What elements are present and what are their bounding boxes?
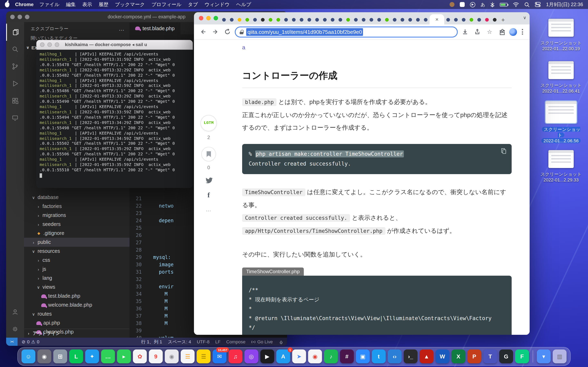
dock-finder-icon[interactable]: ☺ <box>21 350 35 363</box>
browser-tab[interactable] <box>313 15 321 25</box>
dock-powerpoint-icon[interactable]: P <box>467 350 481 363</box>
zoom-window-icon[interactable] <box>55 42 59 47</box>
dock-music-icon[interactable]: ♫ <box>228 350 242 363</box>
tree-item-seeders[interactable]: ›seeders <box>24 220 130 229</box>
dock-chrome-icon[interactable]: ◉ <box>308 350 322 363</box>
dock-zoom-icon[interactable]: ▣ <box>356 350 370 363</box>
close-window-icon[interactable] <box>10 15 15 19</box>
dock-teams-icon[interactable]: T <box>483 350 497 363</box>
terminal-traffic-lights[interactable] <box>40 42 59 47</box>
app-menu-chrome[interactable]: Chrome <box>15 2 34 7</box>
play-status-icon[interactable]: ▶ <box>470 2 475 7</box>
minimize-window-icon[interactable] <box>17 15 22 19</box>
url-text-selected[interactable]: qiita.com/yuu_1st/items/41d90b75aa10bf2b… <box>246 28 363 36</box>
zoom-window-icon[interactable] <box>25 15 29 19</box>
menu-item[interactable]: 表示 <box>82 1 92 8</box>
bluetooth-icon[interactable] <box>491 2 495 7</box>
control-center-icon[interactable] <box>535 2 541 7</box>
browser-tab[interactable] <box>344 15 352 25</box>
browser-tab[interactable] <box>398 15 406 25</box>
dock-spotify-icon[interactable]: ♪ <box>324 350 338 363</box>
encoding-setting[interactable]: UTF-8 <box>197 339 209 344</box>
browser-tab[interactable] <box>251 15 259 25</box>
browser-tab[interactable] <box>444 15 452 25</box>
browser-tab[interactable] <box>467 15 475 25</box>
settings-gear-icon[interactable] <box>6 320 24 338</box>
menu-item[interactable]: 編集 <box>66 1 76 8</box>
dock-github-icon[interactable]: G <box>499 350 513 363</box>
tree-item-lang[interactable]: ›lang <box>24 274 130 283</box>
browser-tab[interactable] <box>243 15 251 25</box>
apple-menu-icon[interactable] <box>5 2 9 7</box>
dock-downloads-icon[interactable]: ▾ <box>537 350 551 363</box>
page-link-a[interactable]: a <box>242 44 512 50</box>
menu-item[interactable]: ファイル <box>39 1 60 8</box>
dock-launchpad-icon[interactable]: ⊞ <box>53 350 67 363</box>
menu-clock[interactable]: 1月9日(日) 22:36 <box>546 1 583 8</box>
share-icon[interactable] <box>472 27 482 37</box>
chrome-traffic-lights[interactable] <box>199 16 218 20</box>
desktop-file-1[interactable]: スクリーンショット2022-01...22.00.19 <box>540 19 582 51</box>
tree-item-.gitignore[interactable]: ◆.gitignore <box>24 229 130 238</box>
desktop-file-2[interactable]: スクリーンショット2022-01...22.06.41 <box>540 61 582 94</box>
browser-tab[interactable] <box>267 15 274 25</box>
dock-line-icon[interactable]: L <box>69 350 83 363</box>
explorer-more-icon[interactable]: … <box>119 25 125 32</box>
browser-tab[interactable] <box>321 15 329 25</box>
tab-close-icon[interactable]: × <box>435 16 438 22</box>
browser-tab[interactable] <box>367 15 375 25</box>
tree-item-views[interactable]: ∨views <box>24 283 130 292</box>
profile-avatar[interactable] <box>509 28 517 36</box>
browser-tab[interactable] <box>220 15 228 25</box>
lock-icon[interactable] <box>240 30 243 34</box>
tree-item-public[interactable]: ›public <box>24 238 130 247</box>
stock-button[interactable] <box>201 147 216 161</box>
browser-menu-icon[interactable] <box>519 29 526 35</box>
remote-indicator-icon[interactable]: >< <box>6 338 17 346</box>
wifi-icon[interactable] <box>513 2 519 7</box>
outline-section[interactable]: › アウトライン <box>24 329 130 338</box>
browser-tab[interactable] <box>406 15 414 25</box>
desktop-file-3[interactable]: スクリーンショット2022-01...2.06.56 <box>540 101 582 143</box>
browser-tab[interactable] <box>298 15 305 25</box>
dock-pdf-icon[interactable]: ▲ <box>420 350 433 363</box>
desktop-file-4[interactable]: スクリーンショット2022-01...2.29.33 <box>540 150 582 183</box>
browser-tab[interactable] <box>236 15 243 25</box>
dock-terminal-icon[interactable]: ›_ <box>404 350 417 363</box>
dock-contacts-icon[interactable]: ◉ <box>165 350 179 363</box>
browser-tab[interactable] <box>282 15 290 25</box>
reload-icon[interactable] <box>223 27 232 37</box>
dock-twitter-icon[interactable]: t <box>372 350 386 363</box>
zoom-window-icon[interactable] <box>214 16 218 20</box>
browser-tab[interactable] <box>383 15 391 25</box>
tree-item-resources[interactable]: ∨resources <box>24 247 130 256</box>
dock-safari-icon[interactable]: ✦ <box>85 350 99 363</box>
dock-trash-icon[interactable]: ▥ <box>553 350 567 363</box>
omnibox[interactable]: qiita.com/yuu_1st/items/41d90b75aa10bf2b… <box>235 26 458 37</box>
terminal-output[interactable]: mailhog_1| [APIv1] KEEPALIVE /api/v1/eve… <box>36 50 193 180</box>
tree-item-migrations[interactable]: ›migrations <box>24 211 130 220</box>
browser-tab[interactable] <box>422 15 430 25</box>
browser-tab[interactable] <box>360 15 367 25</box>
active-tab[interactable]: × <box>430 14 444 25</box>
extensions-icon[interactable] <box>6 92 24 109</box>
search-icon[interactable] <box>6 41 24 58</box>
forward-icon[interactable] <box>210 27 220 37</box>
explorer-icon[interactable] <box>6 24 24 41</box>
lgtm-button[interactable]: LGTM <box>200 115 217 131</box>
browser-tab[interactable] <box>460 15 467 25</box>
status-app-icon[interactable] <box>450 2 454 7</box>
vscode-traffic-lights[interactable] <box>10 15 29 19</box>
problems-status[interactable]: ⊘0 ⚠0 <box>22 339 39 344</box>
dock-app-store-icon[interactable]: A1 <box>276 350 290 363</box>
menu-item[interactable]: プロフィール <box>151 1 182 8</box>
browser-tab[interactable] <box>259 15 267 25</box>
editor-tab-test-blade[interactable]: test.blade.php <box>130 22 181 34</box>
browser-tab[interactable] <box>290 15 298 25</box>
copy-code-icon[interactable] <box>501 148 507 157</box>
tree-item-css[interactable]: ›css <box>24 256 130 265</box>
tree-item-test.blade.php[interactable]: test.blade.php <box>24 292 130 300</box>
browser-tab[interactable] <box>228 15 236 25</box>
go-live-button[interactable]: Go Live <box>251 339 273 344</box>
browser-tab[interactable] <box>352 15 360 25</box>
